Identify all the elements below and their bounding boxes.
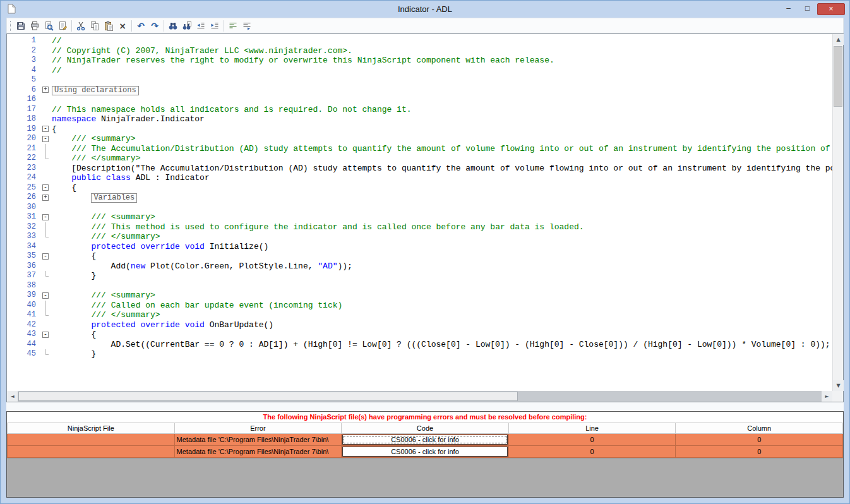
- fold-margin: -: [41, 291, 52, 301]
- vertical-scrollbar[interactable]: ▲ ▼: [832, 34, 843, 391]
- window: Indicator - ADL – □ × ×↶↷ 1//2// Copyrig…: [0, 0, 850, 504]
- toolbar-separator: [71, 20, 72, 32]
- scroll-left-icon[interactable]: ◄: [7, 391, 18, 402]
- code-line: 33 /// </summary>: [7, 232, 832, 242]
- line-number: 17: [7, 105, 41, 115]
- line-number: 18: [7, 114, 41, 124]
- fold-toggle-icon[interactable]: -: [42, 136, 49, 142]
- code-line: 42 protected override void OnBarUpdate(): [7, 320, 832, 330]
- line-number: 2: [7, 46, 41, 56]
- vertical-scrollbar-thumb[interactable]: [834, 46, 842, 107]
- line-number: 33: [7, 232, 41, 242]
- print-preview-button[interactable]: [42, 19, 56, 33]
- code-editor[interactable]: 1//2// Copyright (C) 2007, NinjaTrader L…: [7, 34, 832, 391]
- code-editor-frame: 1//2// Copyright (C) 2007, NinjaTrader L…: [6, 33, 844, 402]
- uncomment-button[interactable]: [240, 19, 254, 33]
- save-button[interactable]: [14, 19, 28, 33]
- fold-toggle-icon[interactable]: -: [42, 292, 49, 299]
- fold-toggle-icon[interactable]: -: [42, 184, 49, 191]
- fold-margin: [41, 320, 52, 330]
- line-number: 39: [7, 291, 41, 301]
- toolbar-separator: [131, 20, 132, 32]
- fold-margin: [41, 144, 52, 154]
- line-number: 40: [7, 301, 41, 311]
- code-line: 5: [7, 75, 832, 85]
- find-icon: [168, 21, 178, 31]
- fold-toggle-icon[interactable]: +: [42, 195, 49, 201]
- column-header-column[interactable]: Column: [676, 423, 843, 434]
- collapsed-region-box[interactable]: Using declarations: [52, 86, 139, 95]
- error-code-button[interactable]: CS0006 - click for info: [342, 447, 508, 457]
- indent-icon: [210, 21, 220, 31]
- fold-margin: -: [41, 124, 52, 135]
- redo-button[interactable]: ↷: [148, 19, 162, 33]
- fold-margin: +: [41, 193, 52, 203]
- find-button[interactable]: [166, 19, 180, 33]
- code-line: 6+Using declarations: [7, 85, 832, 95]
- error-row[interactable]: Metadata file 'C:\Program Files\NinjaTra…: [8, 446, 843, 458]
- fold-toggle-icon[interactable]: -: [42, 253, 49, 260]
- toolbar-grip[interactable]: [10, 21, 11, 31]
- column-header-ninjascript-file[interactable]: NinjaScript File: [8, 423, 175, 434]
- cut-button[interactable]: [74, 19, 88, 33]
- comment-button[interactable]: [226, 19, 240, 33]
- code-line: 21 /// The Accumulation/Distribution (AD…: [7, 144, 832, 154]
- fold-toggle-icon[interactable]: +: [42, 87, 49, 93]
- fold-margin: [41, 232, 52, 242]
- minimize-button[interactable]: –: [779, 3, 798, 15]
- fold-margin: [41, 203, 52, 213]
- error-panel: The following NinjaScript file(s) have p…: [6, 411, 844, 498]
- undo-button[interactable]: ↶: [134, 19, 148, 33]
- fold-margin: [41, 301, 52, 311]
- line-number: 31: [7, 212, 41, 222]
- code-line: 35- {: [7, 251, 832, 261]
- column-header-code[interactable]: Code: [342, 423, 509, 434]
- fold-margin: [41, 173, 52, 183]
- fold-toggle-icon[interactable]: -: [42, 332, 49, 338]
- line-number: 43: [7, 330, 41, 340]
- close-button[interactable]: ×: [817, 3, 845, 15]
- titlebar[interactable]: Indicator - ADL – □ ×: [1, 1, 849, 18]
- fold-margin: [41, 46, 52, 56]
- code-line: 34 protected override void Initialize(): [7, 242, 832, 252]
- fold-toggle-icon[interactable]: -: [42, 126, 49, 132]
- print-button[interactable]: [28, 19, 42, 33]
- line-number: 22: [7, 153, 41, 164]
- replace-button[interactable]: [180, 19, 194, 33]
- scroll-down-icon[interactable]: ▼: [833, 380, 844, 391]
- line-number: 30: [7, 203, 41, 213]
- horizontal-scrollbar-thumb[interactable]: [18, 392, 518, 401]
- line-number: 24: [7, 173, 41, 183]
- code-line: 41 /// </summary>: [7, 310, 832, 320]
- fold-margin: [41, 310, 52, 320]
- copy-button[interactable]: [88, 19, 102, 33]
- fold-margin: [41, 164, 52, 174]
- fold-margin: [41, 340, 52, 350]
- column-header-line[interactable]: Line: [508, 423, 676, 434]
- line-number: 3: [7, 56, 41, 66]
- scroll-up-icon[interactable]: ▲: [833, 34, 844, 45]
- maximize-button[interactable]: □: [798, 3, 817, 15]
- paste-button[interactable]: [102, 19, 116, 33]
- fold-margin: -: [41, 183, 52, 193]
- outdent-button[interactable]: [194, 19, 208, 33]
- column-header-error[interactable]: Error: [174, 423, 342, 434]
- delete-button[interactable]: ×: [116, 19, 129, 33]
- page-setup-button[interactable]: [56, 19, 69, 33]
- line-number: 21: [7, 144, 41, 154]
- fold-margin: [41, 66, 52, 76]
- fold-toggle-icon[interactable]: -: [42, 214, 49, 220]
- code-line: 45 }: [7, 349, 832, 359]
- indent-button[interactable]: [208, 19, 222, 33]
- fold-margin: -: [41, 330, 52, 340]
- code-line: 17// This namespace holds all indicators…: [7, 105, 832, 115]
- scroll-right-icon[interactable]: ►: [822, 391, 832, 402]
- horizontal-scrollbar[interactable]: ◄ ►: [7, 391, 832, 402]
- error-code-button[interactable]: CS0006 - click for info: [342, 435, 508, 445]
- line-number: 45: [7, 349, 41, 359]
- code-lines: 1//2// Copyright (C) 2007, NinjaTrader L…: [7, 34, 832, 359]
- collapsed-region-box[interactable]: Variables: [91, 193, 137, 203]
- toolbar: ×↶↷: [6, 18, 844, 33]
- error-row[interactable]: Metadata file 'C:\Program Files\NinjaTra…: [8, 434, 843, 446]
- code-line: 32 /// This method is used to configure …: [7, 222, 832, 232]
